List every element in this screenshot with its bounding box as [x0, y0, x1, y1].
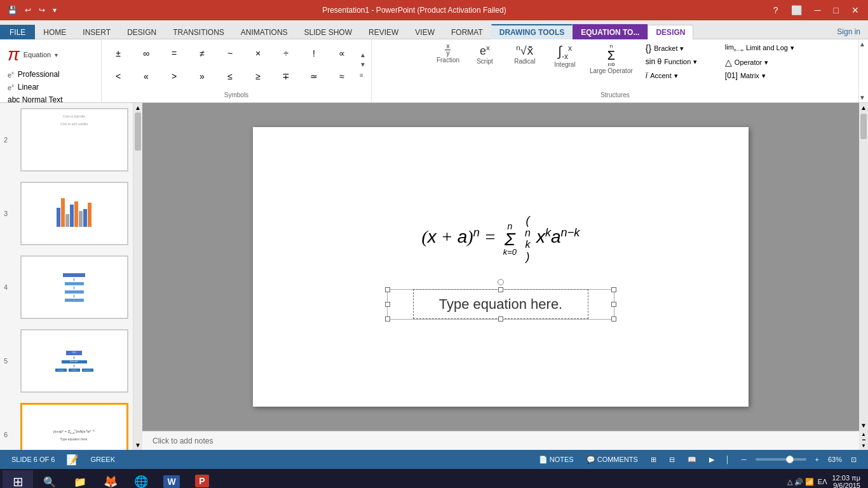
zoom-slider-thumb[interactable] — [786, 456, 794, 463]
symbol-mp[interactable]: ∓ — [272, 65, 300, 88]
slide-thumb-4[interactable] — [20, 255, 128, 319]
symbol-tilde[interactable]: ~ — [216, 42, 244, 65]
panel-scroll-thumb[interactable] — [135, 112, 141, 151]
tab-format[interactable]: FORMAT — [443, 25, 491, 39]
canvas-scroll-down[interactable]: ▼ — [860, 422, 867, 429]
tab-animations[interactable]: ANIMATIONS — [233, 25, 296, 39]
operator-dropdown[interactable]: ▾ — [764, 58, 768, 67]
integral-button[interactable]: ∫-xx Integral — [549, 42, 581, 69]
equation-placeholder-box[interactable]: Type equation here. — [387, 289, 614, 320]
taskbar-word[interactable]: W — [158, 470, 186, 488]
taskbar-search[interactable]: 🔍 — [36, 470, 64, 488]
handle-br[interactable] — [611, 316, 616, 322]
redo-button[interactable]: ↪ — [36, 4, 48, 16]
start-button[interactable]: ⊞ — [3, 470, 33, 488]
limit-log-button[interactable]: limn→∞ Limit and Log ▾ — [721, 42, 798, 53]
system-clock[interactable]: 12:03 πμ 9/6/2015 — [832, 474, 860, 488]
accent-button[interactable]: ï Accent ▾ — [642, 70, 719, 81]
symbol-times[interactable]: × — [244, 42, 272, 65]
taskbar-file-explorer[interactable]: 📁 — [66, 470, 94, 488]
ribbon-scroll-down[interactable]: ▼ — [859, 94, 868, 101]
symbol-notequals[interactable]: ≠ — [188, 42, 216, 65]
script-button[interactable]: ex Script — [469, 42, 501, 66]
symbol-prop[interactable]: ∝ — [328, 42, 356, 65]
zoom-in-button[interactable]: + — [811, 454, 823, 464]
slide-panel-scrollbar[interactable]: ▲ ▼ — [133, 103, 142, 450]
matrix-button[interactable]: [01] Matrix ▾ — [721, 70, 798, 81]
symbol-infinity[interactable]: ∞ — [132, 42, 160, 65]
minimize-button[interactable]: ─ — [811, 4, 825, 17]
zoom-middle[interactable]: ━ — [862, 437, 865, 443]
symbol-simeq[interactable]: ≃ — [300, 65, 328, 88]
tab-insert[interactable]: INSERT — [74, 25, 119, 39]
undo-button[interactable]: ↩ — [22, 4, 34, 16]
zoom-slider[interactable] — [756, 458, 806, 461]
tab-design-active[interactable]: DESIGN — [648, 25, 693, 39]
zoom-down[interactable]: ▼ — [861, 443, 866, 449]
symbols-scroll-up[interactable]: ▲ — [357, 50, 369, 60]
symbol-gt[interactable]: > — [160, 65, 188, 88]
handle-tl[interactable] — [385, 287, 390, 292]
more-button[interactable]: ▾ — [50, 4, 59, 16]
comments-button[interactable]: 💬 COMMENTS — [583, 454, 642, 465]
slide-thumb-2[interactable]: Click to add titleClick to add subtitle — [20, 108, 128, 172]
notes-text[interactable]: Click to add notes — [153, 437, 213, 445]
panel-scroll-up[interactable]: ▲ — [135, 104, 141, 111]
accent-dropdown[interactable]: ▾ — [674, 72, 678, 80]
symbol-ggt[interactable]: » — [188, 65, 216, 88]
handle-tr[interactable] — [611, 287, 616, 292]
canvas-scroll-up[interactable]: ▲ — [860, 104, 867, 111]
slide-sorter-button[interactable]: ⊟ — [665, 454, 679, 465]
handle-bm[interactable] — [498, 316, 503, 322]
ribbon-display-button[interactable]: ⬜ — [787, 4, 806, 17]
tab-transitions[interactable]: TRANSITIONS — [165, 25, 233, 39]
symbol-llt[interactable]: « — [132, 65, 160, 88]
sign-in-button[interactable]: Sign in — [829, 25, 868, 39]
radical-button[interactable]: n√x̄ Radical — [506, 42, 544, 66]
handle-mr[interactable] — [611, 302, 616, 307]
handle-ml[interactable] — [385, 302, 390, 307]
professional-button[interactable]: ex Professional — [5, 69, 65, 80]
slideshow-button[interactable]: ▶ — [705, 454, 718, 465]
tab-design[interactable]: DESIGN — [119, 25, 165, 39]
slide-thumb-3[interactable] — [20, 182, 128, 245]
language[interactable]: GREEK — [86, 454, 119, 464]
taskbar-firefox[interactable]: 🦊 — [97, 470, 125, 488]
tab-home[interactable]: HOME — [35, 25, 74, 39]
notes-button[interactable]: 📄 NOTES — [535, 454, 578, 465]
symbol-equals[interactable]: = — [160, 42, 188, 65]
slide-canvas[interactable]: (x + a)n = n Σ k=0 ( n k ) — [253, 127, 749, 407]
handle-bl[interactable] — [385, 316, 390, 322]
rotation-handle[interactable] — [498, 279, 504, 285]
panel-scroll-down[interactable]: ▼ — [135, 442, 141, 449]
tab-drawing-tools[interactable]: DRAWING TOOLS — [491, 24, 573, 39]
slide-thumb-5[interactable]: CEO Executive Founder Logistics Producti… — [20, 329, 128, 393]
tab-slideshow[interactable]: SLIDE SHOW — [296, 25, 360, 39]
symbol-plusminus[interactable]: ± — [104, 42, 132, 65]
limit-log-dropdown[interactable]: ▾ — [790, 44, 794, 52]
canvas-scroll-thumb[interactable] — [860, 114, 867, 139]
symbol-approx[interactable]: ≈ — [328, 65, 356, 88]
fraction-button[interactable]: x y Fraction — [432, 42, 464, 65]
symbols-scroll-down[interactable]: ▼ — [357, 60, 369, 69]
fit-slide-button[interactable]: ⊡ — [847, 454, 860, 465]
taskbar-chrome[interactable]: 🌐 — [127, 470, 155, 488]
maximize-button[interactable]: □ — [830, 4, 843, 17]
proofing-icon[interactable]: 📝 — [66, 454, 79, 466]
ribbon-scroll-up[interactable]: ▲ — [859, 41, 868, 48]
symbol-exclaim[interactable]: ! — [300, 42, 328, 65]
function-dropdown[interactable]: ▾ — [693, 58, 697, 66]
bracket-button[interactable]: {} Bracket ▾ — [642, 42, 719, 55]
help-button[interactable]: ? — [770, 4, 782, 17]
zoom-up[interactable]: ▲ — [861, 431, 866, 437]
large-operator-button[interactable]: n Σ i=0 Large Operator — [586, 42, 637, 76]
matrix-dropdown[interactable]: ▾ — [762, 72, 766, 80]
handle-tm[interactable] — [498, 287, 503, 292]
symbol-lt[interactable]: < — [104, 65, 132, 88]
normal-view-button[interactable]: ⊞ — [647, 454, 660, 465]
function-button[interactable]: sin θ Function ▾ — [642, 56, 719, 67]
tab-file[interactable]: FILE — [0, 25, 35, 39]
canvas-scrollbar[interactable]: ▲ ▼ ▲ ━ ▼ — [859, 103, 868, 450]
equation-placeholder-text[interactable]: Type equation here. — [413, 289, 588, 319]
reading-view-button[interactable]: 📖 — [684, 454, 700, 465]
